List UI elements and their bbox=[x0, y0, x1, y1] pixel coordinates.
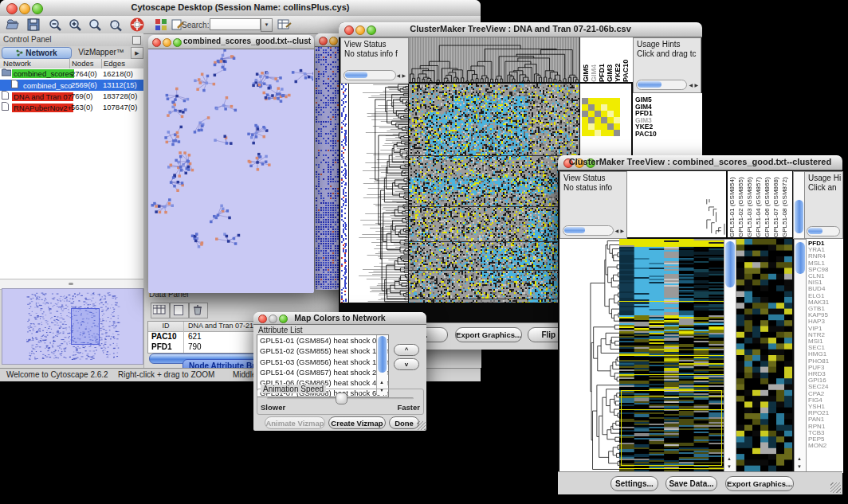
matrix-cell[interactable] bbox=[588, 130, 595, 136]
tv2-column-label[interactable]: GPL51-07 (GSM868) bbox=[772, 171, 781, 237]
treeview2-titlebar[interactable]: ClusterMaker TreeView : combined_scores_… bbox=[558, 155, 842, 170]
scrollbar-thumb[interactable] bbox=[378, 336, 387, 373]
heatmap-selection-rect[interactable] bbox=[621, 390, 722, 466]
matrix-cell[interactable] bbox=[595, 98, 601, 104]
matrix-cell[interactable] bbox=[588, 104, 595, 111]
matrix-cell[interactable] bbox=[595, 117, 601, 123]
tv2-gene-item[interactable]: MON2 bbox=[808, 443, 843, 449]
network-overview-panel[interactable] bbox=[2, 288, 143, 365]
tab-network[interactable]: Network bbox=[2, 47, 72, 59]
matrix-cell[interactable] bbox=[614, 98, 620, 104]
tv1-gene-item[interactable]: PAC10 bbox=[635, 131, 702, 138]
float-panel-icon[interactable] bbox=[132, 36, 141, 45]
tv1-column-label[interactable]: GIM5 bbox=[582, 37, 590, 82]
scroll-up-icon[interactable]: ▲ bbox=[379, 378, 384, 386]
tab-vizmapper[interactable]: VizMapper™ bbox=[73, 47, 129, 57]
treeview1-titlebar[interactable]: ClusterMaker TreeView : DNA and Tran 07-… bbox=[339, 22, 702, 37]
column-header-network[interactable]: Network bbox=[3, 59, 31, 68]
scrollbar-thumb[interactable] bbox=[795, 242, 805, 274]
move-down-button[interactable]: v bbox=[394, 358, 419, 370]
matrix-cell[interactable] bbox=[595, 104, 601, 111]
zoom-fit-icon[interactable] bbox=[87, 17, 104, 33]
tv2-column-label[interactable]: GPL51-01 (GSM854) bbox=[728, 171, 737, 237]
attribute-list-item[interactable]: GPL51-04 (GSM857) heat shock 20 min bbox=[257, 367, 388, 377]
network-list-row[interactable]: RNAPuberNov2+563(0)107847(0) bbox=[0, 102, 143, 113]
tv2-column-dendrogram-canvas[interactable] bbox=[627, 171, 726, 237]
create-vizmap-button[interactable]: Create Vizmap bbox=[328, 416, 386, 429]
tv2-row-dendrogram-canvas[interactable] bbox=[559, 239, 619, 471]
scrollbar-thumb[interactable] bbox=[345, 72, 367, 78]
open-file-icon[interactable] bbox=[4, 17, 22, 33]
tv2-column-label[interactable]: GPL51-08 (GSM872) bbox=[781, 171, 790, 237]
search-input[interactable] bbox=[210, 18, 261, 30]
scroll-up-icon[interactable]: ▲ bbox=[797, 455, 802, 463]
new-attribute-icon[interactable] bbox=[170, 303, 189, 318]
zoom-selected-icon[interactable] bbox=[107, 17, 124, 33]
matrix-cell[interactable] bbox=[588, 98, 595, 104]
scroll-left-icon[interactable]: ◀ bbox=[689, 81, 693, 89]
overview-viewport-rect[interactable] bbox=[71, 308, 100, 345]
matrix-cell[interactable] bbox=[601, 123, 607, 130]
move-up-button[interactable]: ^ bbox=[394, 344, 419, 356]
scroll-right-icon[interactable]: ▶ bbox=[402, 72, 406, 80]
tv1-row-dendrogram-canvas[interactable] bbox=[349, 84, 408, 303]
tv2-hints-scrollbar[interactable] bbox=[807, 226, 840, 236]
attribute-list-scrollbar[interactable]: ▲ ▼ bbox=[376, 335, 387, 395]
search-combo-arrow-icon[interactable]: ▼ bbox=[261, 18, 273, 32]
tv1-column-dendrogram-canvas[interactable] bbox=[409, 37, 579, 82]
column-header-attribute[interactable]: DNA and Tran 07-21-06 bbox=[188, 322, 264, 330]
tv1-global-strip-canvas[interactable] bbox=[340, 84, 348, 303]
scroll-down-icon[interactable]: ▼ bbox=[727, 463, 732, 471]
matrix-cell[interactable] bbox=[588, 123, 595, 130]
matrix-cell[interactable] bbox=[595, 123, 601, 130]
scroll-left-icon[interactable]: ◀ bbox=[614, 227, 618, 235]
column-header-id[interactable]: ID bbox=[148, 322, 183, 330]
scrollbar-thumb[interactable] bbox=[638, 81, 662, 88]
scroll-up-icon[interactable]: ▲ bbox=[727, 455, 732, 463]
matrix-cell[interactable] bbox=[595, 111, 601, 117]
tv1-similarity-matrix[interactable] bbox=[582, 98, 620, 136]
matrix-cell[interactable] bbox=[607, 123, 614, 130]
splitter-handle[interactable] bbox=[69, 283, 73, 285]
cytoscape-titlebar[interactable]: Cytoscape Desktop (Session Name: collins… bbox=[0, 0, 481, 17]
table-mode-icon[interactable] bbox=[151, 303, 170, 318]
matrix-cell[interactable] bbox=[607, 104, 614, 111]
matrix-cell[interactable] bbox=[607, 111, 614, 117]
delete-attribute-icon[interactable] bbox=[189, 303, 208, 318]
attribute-list-item[interactable]: GPL51-01 (GSM854) heat shock 05 min bbox=[257, 335, 388, 346]
column-header-nodes[interactable]: Nodes bbox=[72, 59, 93, 68]
scrollbar-thumb[interactable] bbox=[808, 228, 822, 234]
close-button[interactable] bbox=[319, 37, 328, 45]
tv2-zoom-scrollbar[interactable]: ▲ ▼ bbox=[794, 239, 807, 473]
tv2-status-scrollbar[interactable] bbox=[563, 225, 614, 236]
tv1-column-label[interactable]: PAC10 bbox=[622, 37, 630, 82]
scrollbar-thumb[interactable] bbox=[564, 227, 585, 233]
save-data-button[interactable]: Save Data... bbox=[665, 476, 717, 491]
close-button[interactable] bbox=[152, 38, 161, 47]
tv1-column-label[interactable]: PFD1 bbox=[598, 37, 606, 82]
tab-overflow-arrow-icon[interactable]: ▶ bbox=[131, 47, 143, 59]
zoom-out-icon[interactable] bbox=[47, 17, 65, 33]
scroll-left-icon[interactable]: ◀ bbox=[396, 72, 400, 80]
matrix-cell[interactable] bbox=[582, 104, 588, 111]
scrollbar-thumb[interactable] bbox=[725, 241, 735, 287]
matrix-cell[interactable] bbox=[607, 130, 614, 136]
matrix-cell[interactable] bbox=[601, 111, 607, 117]
column-header-edges[interactable]: Edges bbox=[104, 59, 125, 68]
scroll-down-icon[interactable]: ▼ bbox=[797, 463, 802, 471]
tv2-column-label[interactable]: GPL51-03 (GSM856) bbox=[746, 171, 755, 237]
matrix-cell[interactable] bbox=[601, 117, 607, 123]
matrix-cell[interactable] bbox=[588, 117, 595, 123]
matrix-cell[interactable] bbox=[601, 104, 607, 111]
animate-vizmap-button[interactable]: Animate Vizmap bbox=[265, 416, 325, 429]
tv2-heatmap-scrollbar[interactable]: ▲ ▼ bbox=[724, 239, 736, 473]
network-window-titlebar[interactable]: combined_scores_good.txt--cluste... bbox=[148, 35, 314, 49]
zoom-button[interactable] bbox=[173, 38, 182, 47]
tv1-column-label[interactable]: YKE2 bbox=[614, 37, 622, 82]
dialog-titlebar[interactable]: Map Colors to Network bbox=[253, 312, 426, 325]
matrix-cell[interactable] bbox=[614, 117, 620, 123]
tv1-heatmap-canvas[interactable] bbox=[409, 84, 579, 303]
tv1-status-scrollbar[interactable] bbox=[344, 70, 396, 80]
settings-button[interactable]: Settings... bbox=[610, 476, 658, 491]
save-icon[interactable] bbox=[25, 17, 42, 33]
